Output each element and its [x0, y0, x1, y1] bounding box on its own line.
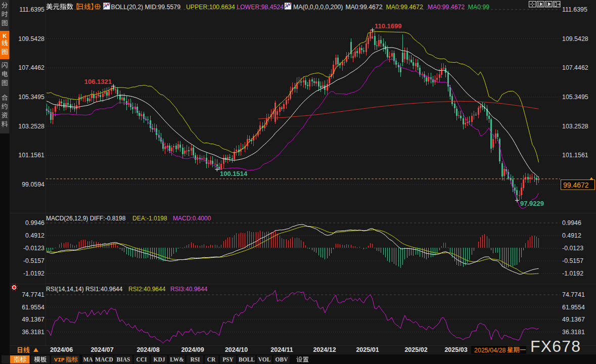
svg-text:PSY: PSY — [222, 356, 234, 362]
svg-text:MA0:99.4672: MA0:99.4672 — [386, 4, 423, 11]
svg-text:BOLL: BOLL — [239, 356, 255, 362]
svg-text:0.9946: 0.9946 — [562, 219, 581, 226]
svg-text:UPPER:100.6634: UPPER:100.6634 — [186, 4, 235, 11]
svg-text:MA0:99: MA0:99 — [468, 4, 490, 11]
svg-text:97.9229: 97.9229 — [520, 200, 544, 207]
svg-text:RSI2:40.9644: RSI2:40.9644 — [128, 286, 166, 293]
svg-text:VIP: VIP — [54, 356, 65, 363]
svg-text:36.3181: 36.3181 — [562, 329, 585, 336]
svg-text:-0.5157: -0.5157 — [23, 257, 44, 264]
svg-text:0.4912: 0.4912 — [562, 232, 581, 239]
svg-text:2025/02: 2025/02 — [404, 346, 427, 353]
svg-text:49.1367: 49.1367 — [562, 316, 585, 323]
svg-text:101.1561: 101.1561 — [562, 152, 588, 159]
svg-text:BIAS: BIAS — [117, 356, 130, 362]
svg-text:FX678: FX678 — [530, 337, 581, 355]
svg-text:2024/11: 2024/11 — [270, 346, 293, 353]
svg-text:2024/06: 2024/06 — [50, 346, 73, 353]
svg-text:74.7741: 74.7741 — [22, 291, 44, 298]
svg-text:LOWER:98.4524: LOWER:98.4524 — [237, 4, 284, 11]
svg-text:106.1321: 106.1321 — [84, 78, 112, 85]
svg-text:99.0594: 99.0594 — [22, 181, 44, 188]
svg-text:2025/01: 2025/01 — [356, 346, 379, 353]
svg-text:MA(0,0,0,0,0,200): MA(0,0,0,0,0,200) — [293, 4, 343, 11]
svg-text:RSI: RSI — [190, 356, 200, 362]
svg-text:MACD(26,12,9) DIFF:-0.8198: MACD(26,12,9) DIFF:-0.8198 — [46, 215, 126, 222]
svg-text:CCI: CCI — [136, 356, 147, 362]
svg-text:-0.0123: -0.0123 — [23, 245, 44, 252]
svg-text:2024/10: 2024/10 — [225, 346, 248, 353]
svg-text:-1.0192: -1.0192 — [23, 270, 44, 277]
svg-text:BOLL(20,2) MID:99.5579: BOLL(20,2) MID:99.5579 — [111, 4, 181, 11]
svg-text:2024/07: 2024/07 — [90, 346, 113, 353]
svg-text:MA0:99.4672: MA0:99.4672 — [345, 4, 382, 11]
svg-text:MA: MA — [83, 356, 93, 362]
svg-text:49.1367: 49.1367 — [22, 316, 44, 323]
svg-text:111.6395: 111.6395 — [19, 6, 44, 13]
svg-text:107.4462: 107.4462 — [562, 64, 588, 71]
svg-text:2024/12: 2024/12 — [313, 346, 336, 353]
svg-text:2025/03: 2025/03 — [444, 346, 467, 353]
svg-text:-1.0192: -1.0192 — [562, 270, 583, 277]
svg-text:RSI3:40.9644: RSI3:40.9644 — [170, 286, 208, 293]
svg-text:61.9554: 61.9554 — [562, 304, 585, 311]
svg-text:MA0:99.4672: MA0:99.4672 — [428, 4, 465, 11]
svg-text:61.9554: 61.9554 — [22, 304, 44, 311]
svg-text:105.3495: 105.3495 — [562, 94, 588, 101]
svg-text:0.9946: 0.9946 — [25, 219, 44, 226]
svg-text:MACD:0.4000: MACD:0.4000 — [173, 215, 211, 222]
svg-text:100.1514: 100.1514 — [220, 170, 248, 177]
svg-text:DEA:-1.0198: DEA:-1.0198 — [132, 215, 167, 222]
svg-text:CR: CR — [207, 356, 216, 362]
svg-text:103.2528: 103.2528 — [18, 123, 44, 130]
svg-text:105.3495: 105.3495 — [18, 94, 44, 101]
svg-text:MACD: MACD — [95, 356, 113, 362]
svg-text:107.4462: 107.4462 — [18, 64, 44, 71]
svg-text:KDJ: KDJ — [154, 356, 165, 362]
svg-text:2024/08: 2024/08 — [136, 346, 159, 353]
svg-text:2025/04/28: 2025/04/28 — [474, 347, 506, 354]
svg-text:OBV: OBV — [276, 356, 289, 362]
svg-text:111.6395: 111.6395 — [562, 6, 587, 13]
svg-text:K: K — [3, 33, 7, 39]
svg-text:2024/09: 2024/09 — [181, 346, 204, 353]
svg-text:109.5428: 109.5428 — [18, 35, 44, 42]
svg-text:109.5428: 109.5428 — [562, 35, 588, 42]
svg-text:110.1699: 110.1699 — [375, 22, 402, 30]
svg-text:99.4672: 99.4672 — [563, 181, 589, 189]
svg-text:VOL: VOL — [258, 356, 271, 362]
svg-text:0.4912: 0.4912 — [25, 232, 44, 239]
svg-text:103.2528: 103.2528 — [562, 123, 588, 130]
svg-text:74.7741: 74.7741 — [562, 291, 585, 298]
svg-text:LW&: LW& — [170, 356, 184, 362]
svg-text:36.3181: 36.3181 — [22, 329, 44, 336]
svg-text:-0.0123: -0.0123 — [562, 245, 583, 252]
svg-text:RSI(14,14,14) RSI1:40.9644: RSI(14,14,14) RSI1:40.9644 — [46, 286, 123, 293]
svg-text:-0.5157: -0.5157 — [562, 257, 583, 264]
svg-text:101.1561: 101.1561 — [18, 152, 44, 159]
